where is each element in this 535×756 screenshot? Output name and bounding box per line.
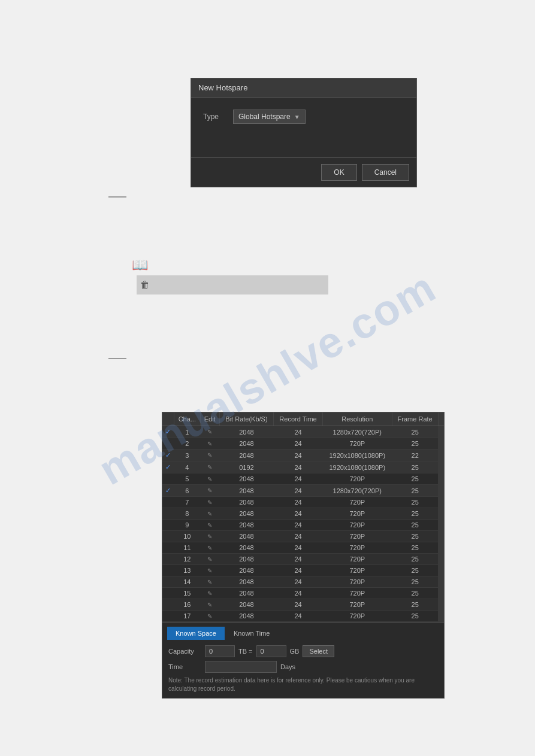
cancel-button[interactable]: Cancel — [362, 164, 409, 181]
row-edit[interactable]: ✎ — [200, 508, 219, 520]
row-resolution: 720P — [322, 542, 392, 554]
table-row: 2 ✎ 2048 24 720P 25 — [162, 438, 444, 450]
row-edit[interactable]: ✎ — [200, 611, 219, 622]
row-record-time: 24 — [274, 611, 323, 622]
row-record-time: 24 — [274, 588, 323, 599]
table-row: 13 ✎ 2048 24 720P 25 — [162, 565, 444, 576]
row-edit[interactable]: ✎ — [200, 554, 219, 565]
row-edit[interactable]: ✎ — [200, 531, 219, 542]
row-channel: 11 — [174, 542, 200, 554]
row-channel: 9 — [174, 520, 200, 531]
channel-table-wrapper: Cha... Edit Bit Rate(Kb/S) Record Time R… — [162, 412, 444, 622]
row-check — [162, 542, 174, 554]
type-value: Global Hotspare — [238, 113, 291, 121]
row-scrollbar — [438, 462, 444, 473]
row-resolution: 720P — [322, 497, 392, 508]
row-edit[interactable]: ✎ — [200, 599, 219, 611]
row-scrollbar — [438, 576, 444, 588]
tab-known-space[interactable]: Known Space — [167, 627, 225, 640]
row-scrollbar — [438, 588, 444, 599]
row-edit[interactable]: ✎ — [200, 473, 219, 485]
row-framerate: 25 — [392, 520, 438, 531]
row-framerate: 25 — [392, 611, 438, 622]
table-row: 17 ✎ 2048 24 720P 25 — [162, 611, 444, 622]
table-row: ✓ 3 ✎ 2048 24 1920x1080(1080P) 22 — [162, 450, 444, 462]
capacity-label: Capacity — [168, 648, 201, 655]
table-row: ✓ 6 ✎ 2048 24 1280x720(720P) 25 — [162, 485, 444, 497]
note-text: Note: The record estimation data here is… — [168, 676, 438, 693]
row-channel: 7 — [174, 497, 200, 508]
row-edit[interactable]: ✎ — [200, 520, 219, 531]
row-channel: 15 — [174, 588, 200, 599]
table-row: 7 ✎ 2048 24 720P 25 — [162, 497, 444, 508]
type-dropdown[interactable]: Global Hotspare ▼ — [233, 110, 306, 124]
row-edit[interactable]: ✎ — [200, 485, 219, 497]
scrollbar-header — [438, 412, 444, 426]
row-bitrate: 2048 — [219, 497, 274, 508]
dialog-body: Type Global Hotspare ▼ — [191, 98, 416, 157]
trash-icon: 🗑 — [140, 280, 150, 290]
row-record-time: 24 — [274, 599, 323, 611]
row-edit[interactable]: ✎ — [200, 497, 219, 508]
row-framerate: 25 — [392, 542, 438, 554]
row-scrollbar — [438, 599, 444, 611]
record-estimation-panel: Cha... Edit Bit Rate(Kb/S) Record Time R… — [162, 412, 445, 699]
row-resolution: 1920x1080(1080P) — [322, 450, 392, 462]
dialog-footer: OK Cancel — [191, 157, 416, 187]
time-row: Time Days — [168, 661, 438, 673]
row-record-time: 24 — [274, 531, 323, 542]
row-framerate: 25 — [392, 565, 438, 576]
row-edit[interactable]: ✎ — [200, 450, 219, 462]
row-scrollbar — [438, 473, 444, 485]
row-check — [162, 438, 174, 450]
tab-known-time[interactable]: Known Time — [225, 626, 279, 640]
table-row: 14 ✎ 2048 24 720P 25 — [162, 576, 444, 588]
row-record-time: 24 — [274, 485, 323, 497]
row-check: ✓ — [162, 426, 174, 438]
row-record-time: 24 — [274, 450, 323, 462]
row-channel: 2 — [174, 438, 200, 450]
row-channel: 1 — [174, 426, 200, 438]
capacity-input[interactable] — [205, 645, 235, 657]
table-row: ✓ 1 ✎ 2048 24 1280x720(720P) 25 — [162, 426, 444, 438]
row-resolution: 720P — [322, 438, 392, 450]
row-bitrate: 2048 — [219, 450, 274, 462]
row-edit[interactable]: ✎ — [200, 588, 219, 599]
table-row: 8 ✎ 2048 24 720P 25 — [162, 508, 444, 520]
row-resolution: 720P — [322, 554, 392, 565]
row-bitrate: 2048 — [219, 473, 274, 485]
section-divider-2 — [108, 358, 126, 359]
capacity-row: Capacity TB = GB Select — [168, 645, 438, 657]
row-edit[interactable]: ✎ — [200, 565, 219, 576]
row-edit[interactable]: ✎ — [200, 542, 219, 554]
col-check — [162, 412, 174, 426]
trash-bar[interactable]: 🗑 — [137, 275, 328, 294]
row-check: ✓ — [162, 462, 174, 473]
col-bitrate: Bit Rate(Kb/S) — [219, 412, 274, 426]
row-scrollbar — [438, 508, 444, 520]
row-edit[interactable]: ✎ — [200, 438, 219, 450]
row-bitrate: 2048 — [219, 426, 274, 438]
row-bitrate: 2048 — [219, 531, 274, 542]
ok-button[interactable]: OK — [321, 164, 356, 181]
row-record-time: 24 — [274, 542, 323, 554]
select-button[interactable]: Select — [303, 645, 334, 657]
row-resolution: 720P — [322, 611, 392, 622]
row-bitrate: 2048 — [219, 520, 274, 531]
row-channel: 10 — [174, 531, 200, 542]
row-edit[interactable]: ✎ — [200, 462, 219, 473]
section-divider-1 — [108, 196, 126, 198]
time-input[interactable] — [205, 661, 277, 673]
row-edit[interactable]: ✎ — [200, 576, 219, 588]
row-record-time: 24 — [274, 508, 323, 520]
row-framerate: 25 — [392, 426, 438, 438]
gb-input[interactable] — [256, 645, 286, 657]
row-framerate: 25 — [392, 473, 438, 485]
table-row: 15 ✎ 2048 24 720P 25 — [162, 588, 444, 599]
col-record-time: Record Time — [274, 412, 323, 426]
row-channel: 3 — [174, 450, 200, 462]
channel-table: Cha... Edit Bit Rate(Kb/S) Record Time R… — [162, 412, 444, 622]
row-bitrate: 2048 — [219, 542, 274, 554]
row-record-time: 24 — [274, 520, 323, 531]
row-edit[interactable]: ✎ — [200, 426, 219, 438]
